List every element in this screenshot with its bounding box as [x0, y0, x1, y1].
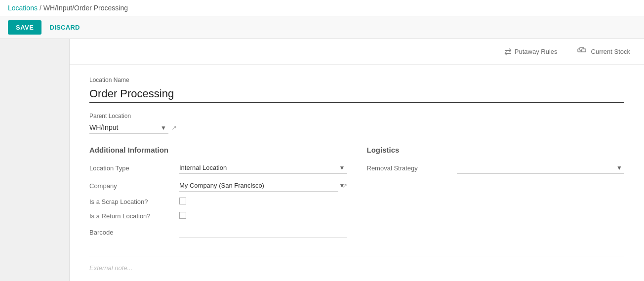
return-location-label: Is a Return Location?: [89, 212, 173, 220]
return-location-checkbox[interactable]: [179, 212, 186, 219]
sidebar: [0, 39, 69, 281]
current-stock-label: Current Stock: [591, 48, 630, 55]
removal-strategy-select[interactable]: [457, 162, 625, 174]
company-select-wrapper: My Company (San Francisco) ▼ ↗: [179, 180, 347, 192]
current-stock-icon: [577, 46, 588, 57]
logistics-title: Logistics: [367, 146, 625, 154]
scrap-location-row: Is a Scrap Location?: [89, 198, 347, 206]
scrap-location-value: [179, 198, 347, 206]
return-location-row: Is a Return Location?: [89, 212, 347, 220]
parent-location-row: WH/Input ▼ ↗: [89, 121, 624, 134]
content-area: ⇄ Putaway Rules Current Stock Location N…: [69, 39, 644, 281]
form-area: Location Name Parent Location WH/Input ▼…: [70, 65, 644, 281]
save-button[interactable]: SAVE: [8, 20, 41, 35]
location-type-select[interactable]: Internal Location View Partner Location …: [179, 162, 347, 174]
action-bar: SAVE DISCARD: [0, 16, 644, 39]
scrap-location-label: Is a Scrap Location?: [89, 198, 173, 205]
location-type-value: Internal Location View Partner Location …: [179, 162, 347, 174]
svg-rect-2: [582, 49, 586, 52]
barcode-value: [179, 226, 347, 238]
putaway-rules-button[interactable]: ⇄ Putaway Rules: [500, 44, 562, 59]
breadcrumb-current: WH/Input/Order Processing: [43, 4, 128, 12]
additional-info-title: Additional Information: [89, 146, 347, 154]
barcode-input[interactable]: [179, 226, 347, 238]
breadcrumb: Locations / WH/Input/Order Processing: [0, 0, 644, 16]
barcode-row: Barcode: [89, 226, 347, 238]
company-value: My Company (San Francisco) ▼ ↗: [179, 180, 347, 192]
additional-info-section: Additional Information Location Type Int…: [89, 146, 347, 244]
return-location-value: [179, 212, 347, 220]
removal-strategy-row: Removal Strategy ▼: [367, 162, 625, 174]
parent-location-group: Parent Location WH/Input ▼ ↗: [89, 113, 624, 134]
note-area: External note...: [89, 256, 624, 272]
location-type-select-wrapper: Internal Location View Partner Location …: [179, 162, 347, 174]
putaway-rules-label: Putaway Rules: [515, 48, 558, 55]
removal-strategy-label: Removal Strategy: [367, 164, 451, 172]
removal-strategy-value: ▼: [457, 162, 625, 174]
parent-location-label: Parent Location: [89, 113, 624, 120]
logistics-section: Logistics Removal Strategy ▼: [367, 146, 625, 244]
discard-button[interactable]: DISCARD: [45, 20, 83, 35]
two-col-section: Additional Information Location Type Int…: [89, 146, 624, 244]
location-type-row: Location Type Internal Location View Par…: [89, 162, 347, 174]
company-row: Company My Company (San Francisco) ▼ ↗: [89, 180, 347, 192]
breadcrumb-home-link[interactable]: Locations: [8, 4, 38, 12]
location-name-label: Location Name: [89, 77, 624, 83]
location-name-input[interactable]: [89, 85, 624, 103]
parent-location-select-wrapper: WH/Input ▼: [89, 121, 168, 134]
company-external-link-icon[interactable]: ↗: [342, 182, 347, 189]
company-label: Company: [89, 182, 173, 190]
location-name-group: Location Name: [89, 77, 624, 103]
note-placeholder[interactable]: External note...: [89, 264, 132, 272]
putaway-rules-icon: ⇄: [504, 46, 512, 57]
breadcrumb-separator: /: [40, 4, 41, 12]
parent-location-external-link-icon[interactable]: ↗: [171, 124, 177, 131]
company-select[interactable]: My Company (San Francisco): [179, 180, 338, 192]
content-toolbar: ⇄ Putaway Rules Current Stock: [70, 39, 644, 65]
parent-location-select[interactable]: WH/Input: [89, 121, 168, 134]
removal-strategy-select-wrapper: ▼: [457, 162, 625, 174]
current-stock-button[interactable]: Current Stock: [573, 44, 634, 59]
barcode-label: Barcode: [89, 229, 173, 236]
location-type-label: Location Type: [89, 164, 173, 172]
scrap-location-checkbox[interactable]: [179, 198, 186, 204]
